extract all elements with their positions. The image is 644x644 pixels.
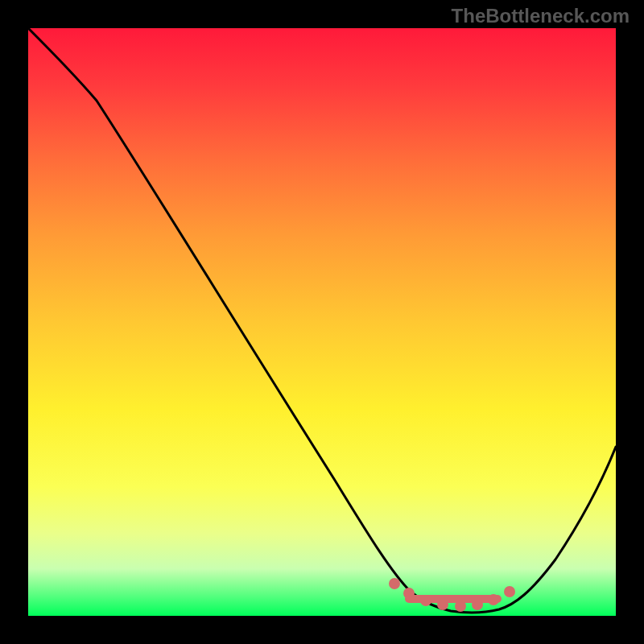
watermark-text: TheBottleneck.com xyxy=(452,5,630,27)
gradient-background xyxy=(28,28,616,616)
chart-area xyxy=(28,28,616,616)
